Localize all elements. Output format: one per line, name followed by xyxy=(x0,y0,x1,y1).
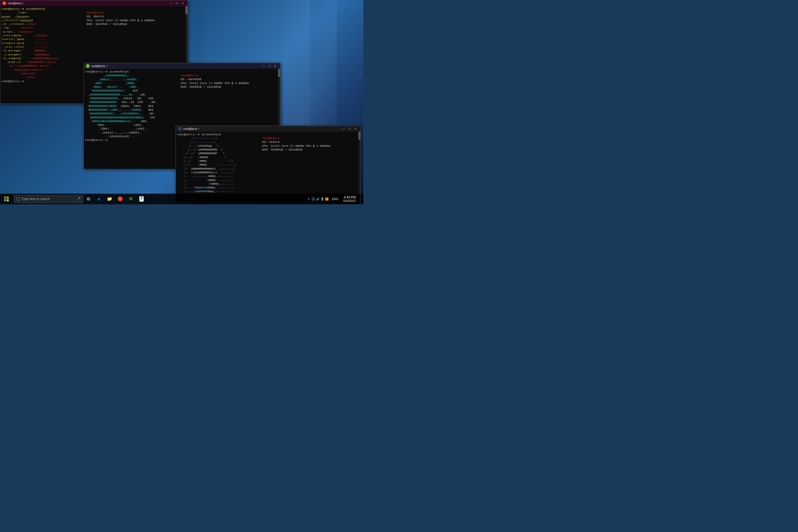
close-button[interactable]: ✕ xyxy=(180,1,185,5)
taskbar-search[interactable]: Type here to search 🎤 xyxy=(14,195,83,203)
fedora-terminal-window[interactable]: root@terry:~ ─ □ ✕ root@terry:~# screenf… xyxy=(175,126,361,203)
search-placeholder: Type here to search xyxy=(22,197,50,201)
show-desktop-button[interactable] xyxy=(360,194,362,204)
svg-rect-1 xyxy=(7,196,9,199)
taskbar-tray: ∧ 🌐 🔊 🔋 📶 ENG 6:49 PM 5/10/2017 xyxy=(308,194,363,204)
ubuntu-taskbar-icon: 🔴 xyxy=(118,196,123,202)
svg-rect-0 xyxy=(4,196,6,199)
search-icon xyxy=(16,197,20,201)
microphone-icon[interactable]: 🎤 xyxy=(76,197,81,201)
edge-icon: e xyxy=(98,196,100,202)
taskbar-clock[interactable]: 6:49 PM 5/10/2017 xyxy=(341,195,359,203)
file-explorer-button[interactable]: 📁 xyxy=(104,194,115,204)
taskbar: Type here to search 🎤 ⧉ e 📁 🔴 N f 🛍 xyxy=(0,194,363,204)
edge-button[interactable]: e xyxy=(94,194,104,204)
battery-icon[interactable]: 🔋 xyxy=(321,197,324,201)
system-tray: 🌐 🔊 🔋 📶 xyxy=(310,197,330,201)
language-indicator[interactable]: ENG xyxy=(331,197,339,201)
task-view-icon: ⧉ xyxy=(87,196,90,202)
task-view-button[interactable]: ⧉ xyxy=(83,194,94,204)
close-button[interactable]: ✕ xyxy=(273,64,278,68)
maximize-button[interactable]: □ xyxy=(347,127,353,131)
clock-time: 6:49 PM xyxy=(344,195,356,199)
close-button[interactable]: ✕ xyxy=(353,127,358,131)
nvidia-icon: N xyxy=(129,196,132,201)
ubuntu-titlebar: root@terry:~ ─ □ ✕ xyxy=(0,0,188,6)
fedora-scrollbar[interactable] xyxy=(358,132,360,203)
ubuntu-icon xyxy=(2,1,6,5)
fedora-titlebar: root@terry:~ ─ □ ✕ xyxy=(176,126,360,132)
opensuse-title: root@terry:~ xyxy=(91,64,261,68)
start-button[interactable] xyxy=(0,194,13,204)
fedora-terminal-body: root@terry:~# screenfetch /:----------:\… xyxy=(176,132,360,203)
minimize-button[interactable]: ─ xyxy=(168,1,174,5)
opensuse-controls[interactable]: ─ □ ✕ xyxy=(261,64,278,68)
svg-rect-3 xyxy=(7,199,9,201)
ubuntu-controls[interactable]: ─ □ ✕ xyxy=(168,1,185,5)
tray-overflow-button[interactable]: ∧ xyxy=(308,197,309,201)
desktop: root@terry:~ ─ □ ✕ root@terry:~# screenf… xyxy=(0,0,363,204)
ubuntu-title: root@terry:~ xyxy=(8,2,168,5)
store-icon: 🛍 xyxy=(150,196,154,202)
fedora-title: root@terry:~ xyxy=(183,127,341,130)
ubuntu-button[interactable]: 🔴 xyxy=(115,194,126,204)
wifi-icon[interactable]: 📶 xyxy=(325,197,329,201)
store-button[interactable]: 🛍 xyxy=(147,194,157,204)
maximize-button[interactable]: □ xyxy=(267,64,272,68)
fedora-taskbar-icon: f xyxy=(139,196,144,202)
network-icon[interactable]: 🌐 xyxy=(311,197,315,201)
opensuse-icon xyxy=(86,64,90,68)
opensuse-titlebar: root@terry:~ ─ □ ✕ xyxy=(84,63,280,69)
svg-rect-2 xyxy=(4,199,6,201)
file-explorer-icon: 📁 xyxy=(107,196,112,202)
fedora-controls[interactable]: ─ □ ✕ xyxy=(341,127,358,131)
fedora-icon xyxy=(178,127,182,131)
minimize-button[interactable]: ─ xyxy=(341,127,347,131)
maximize-button[interactable]: □ xyxy=(174,1,179,5)
volume-icon[interactable]: 🔊 xyxy=(316,197,320,201)
minimize-button[interactable]: ─ xyxy=(261,64,266,68)
nvidia-button[interactable]: N xyxy=(126,194,136,204)
clock-date: 5/10/2017 xyxy=(343,199,357,203)
fedora-button[interactable]: f xyxy=(136,194,147,204)
